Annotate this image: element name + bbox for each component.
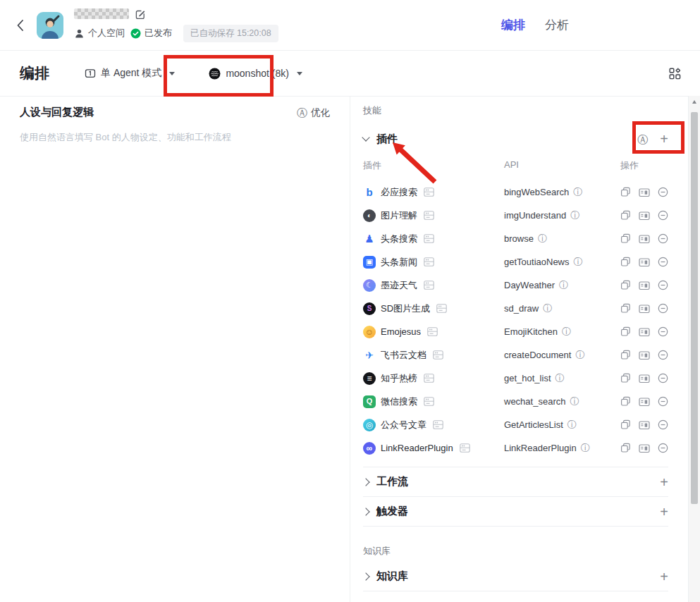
card-binding-icon[interactable] — [639, 420, 650, 430]
copy-icon[interactable] — [620, 303, 631, 314]
agent-mode-selector[interactable]: 单 Agent 模式 — [85, 67, 175, 80]
card-binding-icon[interactable] — [639, 350, 650, 360]
copy-icon[interactable] — [620, 257, 631, 267]
card-binding-icon[interactable] — [639, 327, 650, 337]
plugin-row: ♟头条搜索browseⓘ — [363, 227, 668, 250]
api-name: get_hot_list — [504, 373, 551, 383]
info-icon[interactable]: ⓘ — [567, 420, 577, 429]
plugin-icon: ◐ — [363, 209, 376, 222]
card-binding-icon[interactable] — [639, 397, 650, 407]
workflow-title: 工作流 — [376, 475, 408, 489]
card-binding-icon[interactable] — [639, 188, 650, 197]
remove-icon[interactable] — [658, 443, 668, 453]
copy-icon[interactable] — [620, 350, 631, 360]
nav-orchestrate[interactable]: 编排 — [501, 17, 525, 33]
optimize-button[interactable]: Ⓐ 优化 — [297, 106, 330, 119]
remove-icon[interactable] — [658, 326, 668, 337]
add-trigger-button[interactable]: + — [660, 505, 668, 519]
scrollbar-up-button[interactable] — [689, 96, 700, 107]
copy-icon[interactable] — [620, 396, 631, 407]
info-icon[interactable]: ⓘ — [581, 443, 590, 453]
plugin-icon: ▣ — [363, 256, 376, 269]
plugin-table-rows: b必应搜索bingWebSearchⓘ◐图片理解imgUnderstandⓘ♟头… — [363, 180, 668, 460]
remove-icon[interactable] — [658, 419, 668, 430]
remove-icon[interactable] — [658, 210, 668, 221]
card-binding-icon[interactable] — [639, 234, 650, 244]
remove-icon[interactable] — [658, 280, 668, 290]
info-icon[interactable]: ⓘ — [570, 397, 579, 406]
trigger-section-row[interactable]: 触发器 + — [363, 497, 668, 526]
top-nav: 编排 分析 — [501, 0, 569, 50]
card-badge-icon — [460, 443, 470, 453]
plugin-name: 头条搜索 — [381, 233, 417, 245]
chevron-right-icon — [362, 508, 369, 515]
edit-name-icon[interactable] — [135, 8, 146, 20]
remove-icon[interactable] — [658, 257, 668, 267]
auto-optimize-icon: Ⓐ — [297, 107, 307, 118]
plugin-table-header: 插件 API 操作 — [363, 159, 668, 172]
autosave-badge: 已自动保存 15:20:08 — [183, 25, 278, 42]
plugin-name: 必应搜索 — [381, 186, 417, 199]
plugin-name: 飞书云文档 — [381, 349, 426, 362]
remove-icon[interactable] — [658, 373, 668, 383]
back-button[interactable] — [16, 18, 25, 32]
plugin-row: SSD图片生成sd_drawⓘ — [363, 297, 668, 320]
add-plugin-button[interactable]: + — [660, 132, 668, 146]
publish-status-label: 已发布 — [145, 27, 172, 39]
plugin-row: Q微信搜索wechat_searchⓘ — [363, 390, 668, 413]
agent-mode-label: 单 Agent 模式 — [101, 67, 161, 80]
plugin-row: ◐图片理解imgUnderstandⓘ — [363, 204, 668, 227]
plugin-icon: ∞ — [363, 442, 376, 455]
auto-add-plugin-icon[interactable]: Ⓐ — [637, 134, 648, 145]
layout-settings-icon[interactable] — [669, 68, 681, 80]
card-binding-icon[interactable] — [639, 211, 650, 221]
remove-icon[interactable] — [658, 303, 668, 314]
workflow-section-row[interactable]: 工作流 + — [363, 467, 668, 496]
remove-icon[interactable] — [658, 396, 668, 407]
persona-placeholder[interactable]: 使用自然语言填写 Bot 的人物设定、功能和工作流程 — [20, 131, 330, 144]
scrollbar-thumb[interactable] — [691, 112, 698, 504]
plugin-row: ◎公众号文章GetArticlesListⓘ — [363, 413, 668, 436]
copy-icon[interactable] — [620, 187, 631, 197]
info-icon[interactable]: ⓘ — [538, 234, 547, 243]
copy-icon[interactable] — [620, 210, 631, 221]
agent-mode-icon — [85, 68, 96, 79]
card-binding-icon[interactable] — [639, 281, 650, 290]
knowledge-section-row[interactable]: 知识库 + — [363, 562, 668, 591]
add-knowledge-button[interactable]: + — [660, 570, 668, 584]
skills-header: 技能 — [363, 104, 668, 117]
card-binding-icon[interactable] — [639, 304, 650, 314]
card-binding-icon[interactable] — [639, 443, 650, 453]
copy-icon[interactable] — [620, 373, 631, 383]
top-bar: 个人空间 已发布 已自动保存 15:20:08 编排 分析 — [0, 0, 700, 51]
nav-analyze[interactable]: 分析 — [545, 17, 569, 33]
info-icon[interactable]: ⓘ — [559, 281, 568, 290]
info-icon[interactable]: ⓘ — [543, 304, 552, 313]
optimize-label: 优化 — [311, 106, 330, 119]
copy-icon[interactable] — [620, 443, 631, 453]
copy-icon[interactable] — [620, 233, 631, 244]
add-workflow-button[interactable]: + — [660, 475, 668, 489]
plugin-row: ☾墨迹天气DayWeatherⓘ — [363, 274, 668, 297]
info-icon[interactable]: ⓘ — [555, 374, 565, 383]
info-icon[interactable]: ⓘ — [570, 211, 579, 220]
trigger-title: 触发器 — [376, 505, 408, 518]
scrollbar[interactable] — [688, 96, 700, 602]
card-binding-icon[interactable] — [639, 374, 650, 383]
card-binding-icon[interactable] — [639, 257, 650, 267]
copy-icon[interactable] — [620, 326, 631, 337]
remove-icon[interactable] — [658, 187, 668, 197]
copy-icon[interactable] — [620, 280, 631, 290]
plugins-section-row[interactable]: 插件 Ⓐ + — [363, 132, 668, 146]
copy-icon[interactable] — [620, 419, 631, 430]
remove-icon[interactable] — [658, 233, 668, 244]
skills-panel: 技能 插件 Ⓐ + 插件 API 操作 b必应搜索bingWebSearchⓘ◐… — [350, 96, 700, 602]
remove-icon[interactable] — [658, 350, 668, 360]
model-selector[interactable]: moonshot (8k) — [209, 68, 302, 80]
plugins-title: 插件 — [376, 133, 398, 146]
info-icon[interactable]: ⓘ — [574, 257, 583, 266]
info-icon[interactable]: ⓘ — [573, 188, 582, 197]
info-icon[interactable]: ⓘ — [562, 327, 571, 336]
plugin-name: 墨迹天气 — [381, 279, 417, 292]
info-icon[interactable]: ⓘ — [575, 350, 584, 360]
